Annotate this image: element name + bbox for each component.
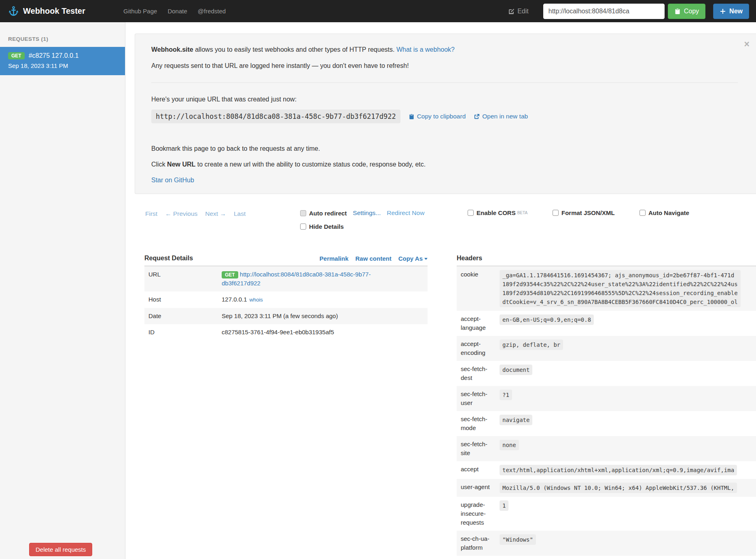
header-row: accept-languageen-GB,en-US;q=0.9,en;q=0.…: [457, 311, 756, 336]
detail-value: GET http://localhost:8084/81d8ca08-381a-…: [218, 266, 428, 291]
copy-to-clipboard-label: Copy to clipboard: [417, 113, 466, 120]
detail-label: URL: [144, 266, 218, 291]
enable-cors-group: Enable CORSBETA: [468, 209, 527, 216]
settings-link[interactable]: Settings...: [353, 209, 381, 217]
url-input[interactable]: [543, 4, 665, 19]
intro-line-1: Webhook.site allows you to easily test w…: [151, 46, 738, 53]
header-value: gzip, deflate, br: [500, 340, 563, 350]
header-row: sec-ch-ua-platform"Windows": [457, 531, 756, 556]
intro-panel: × Webhook.site allows you to easily test…: [135, 34, 756, 194]
new-button[interactable]: New: [713, 4, 749, 19]
edit-label: Edit: [517, 8, 529, 15]
click-pre: Click: [151, 161, 167, 168]
header-name: user-agent: [457, 479, 496, 497]
auto-redirect-text: Auto redirect: [309, 210, 347, 217]
request-url-link[interactable]: http://localhost:8084/81d8ca08-381a-458c…: [222, 271, 371, 287]
nav-fredsted[interactable]: @fredsted: [198, 8, 226, 15]
header-value-cell: navigate: [496, 411, 756, 436]
open-in-new-tab-label: Open in new tab: [482, 113, 528, 120]
toolbar: First ← Previous Next → Last Auto redire…: [144, 209, 756, 241]
request-detail-row: URLGET http://localhost:8084/81d8ca08-38…: [144, 266, 428, 291]
format-json-checkbox[interactable]: [553, 210, 559, 216]
request-details-header: Request Details Permalink Raw content Co…: [144, 255, 428, 266]
pagination-previous[interactable]: ← Previous: [165, 210, 197, 217]
auto-navigate-text: Auto Navigate: [648, 209, 689, 216]
header-value: "Windows": [500, 534, 536, 545]
new-label: New: [729, 8, 743, 15]
request-item-timestamp: Sep 18, 2023 3:11 PM: [8, 62, 117, 69]
intro-text: allows you to easily test webhooks and o…: [193, 46, 396, 53]
detail-value: c8275815-3761-4f94-9ee1-eb0b31935af5: [218, 324, 428, 340]
header-value: ?1: [500, 390, 512, 400]
header-row: accept-encodinggzip, deflate, br: [457, 336, 756, 361]
header-name: sec-ch-ua-platform: [457, 531, 496, 556]
intro-line-2: Any requests sent to that URL are logged…: [151, 62, 738, 70]
header-value: 1: [500, 500, 508, 511]
nav-right-group: Edit Copy New: [508, 0, 749, 22]
header-value-cell: en-GB,en-US;q=0.9,en;q=0.8: [496, 311, 756, 336]
nav-github-page[interactable]: Github Page: [123, 8, 157, 15]
copy-label: Copy: [684, 8, 699, 15]
request-detail-row: Host127.0.0.1whois: [144, 291, 428, 308]
close-icon[interactable]: ×: [744, 40, 750, 49]
star-on-github-link[interactable]: Star on GitHub: [151, 177, 194, 184]
header-name: accept-language: [457, 311, 496, 336]
pagination-next[interactable]: Next →: [205, 210, 226, 217]
detail-value: Sep 18, 2023 3:11 PM (a few seconds ago): [218, 308, 428, 324]
format-json-label: Format JSON/XML: [553, 209, 615, 216]
auto-redirect-checkbox[interactable]: [300, 210, 306, 216]
delete-all-requests-button[interactable]: Delete all requests: [29, 543, 92, 556]
unique-url-code: http://localhost:8084/81d8ca08-381a-458c…: [151, 110, 400, 123]
enable-cors-checkbox[interactable]: [468, 210, 474, 216]
divider: [151, 82, 738, 83]
nav-donate[interactable]: Donate: [167, 8, 187, 15]
navbar: Webhook Tester Github Page Donate @freds…: [0, 0, 756, 22]
detail-label: ID: [144, 324, 218, 340]
auto-navigate-group: Auto Navigate: [640, 209, 689, 216]
header-value-cell: text/html,application/xhtml+xml,applicat…: [496, 461, 756, 479]
enable-cors-label: Enable CORSBETA: [468, 209, 527, 216]
auto-redirect-label: Auto redirect: [300, 210, 347, 217]
request-detail-row: DateSep 18, 2023 3:11 PM (a few seconds …: [144, 308, 428, 324]
detail-tables: Request Details Permalink Raw content Co…: [144, 255, 756, 556]
bookmark-text: Bookmark this page to go back to the req…: [151, 145, 738, 152]
redirect-now-link[interactable]: Redirect Now: [387, 209, 424, 217]
caret-down-icon: [424, 258, 428, 260]
copy-as-dropdown[interactable]: Copy As: [398, 255, 428, 262]
auto-navigate-checkbox[interactable]: [640, 210, 646, 216]
edit-button[interactable]: Edit: [508, 8, 529, 15]
beta-badge: BETA: [517, 211, 527, 215]
click-new-url-text: Click New URL to create a new url with t…: [151, 161, 738, 168]
pagination-first[interactable]: First: [145, 210, 157, 217]
copy-as-label: Copy As: [398, 255, 423, 262]
external-link-icon: [474, 114, 480, 120]
header-value-cell: "Windows": [496, 531, 756, 556]
header-name: sec-fetch-user: [457, 386, 496, 411]
header-value: Mozilla/5.0 (Windows NT 10.0; Win64; x64…: [500, 483, 737, 493]
hide-details-checkbox[interactable]: [300, 224, 306, 230]
header-name: accept: [457, 461, 496, 479]
new-url-bold: New URL: [167, 161, 195, 168]
raw-content-link[interactable]: Raw content: [356, 255, 392, 262]
header-row: cookie_ga=GA1.1.1784641516.1691454367; a…: [457, 266, 756, 311]
unique-url-row: http://localhost:8084/81d8ca08-381a-458c…: [151, 110, 738, 123]
brand[interactable]: Webhook Tester: [8, 0, 85, 22]
open-in-new-tab-link[interactable]: Open in new tab: [474, 113, 528, 120]
permalink-link[interactable]: Permalink: [320, 255, 349, 262]
header-row: sec-fetch-modenavigate: [457, 411, 756, 436]
copy-button[interactable]: Copy: [668, 4, 705, 19]
header-value-cell: Mozilla/5.0 (Windows NT 10.0; Win64; x64…: [496, 479, 756, 497]
header-row: sec-fetch-sitenone: [457, 436, 756, 461]
copy-to-clipboard-link[interactable]: Copy to clipboard: [409, 113, 466, 120]
header-name: sec-fetch-site: [457, 436, 496, 461]
request-list-item[interactable]: GET #c8275 127.0.0.1 Sep 18, 2023 3:11 P…: [0, 47, 125, 75]
plus-icon: [720, 8, 726, 15]
whois-link[interactable]: whois: [250, 297, 263, 303]
what-is-webhook-link[interactable]: What is a webhook?: [396, 46, 455, 53]
auto-redirect-group: Auto redirect Settings... Redirect Now: [300, 209, 424, 217]
pagination-last[interactable]: Last: [234, 210, 246, 217]
header-name: accept-encoding: [457, 336, 496, 361]
header-name: cookie: [457, 266, 496, 311]
header-name: upgrade-insecure-requests: [457, 497, 496, 531]
main-content: × Webhook.site allows you to easily test…: [126, 22, 756, 559]
